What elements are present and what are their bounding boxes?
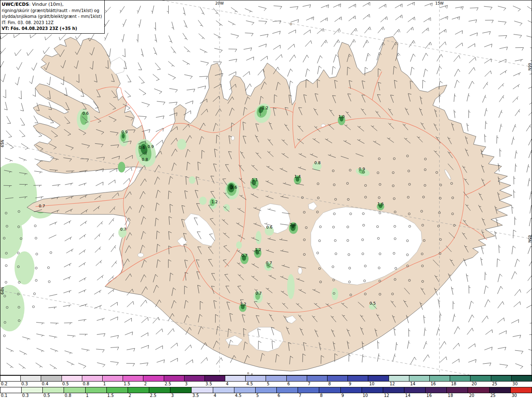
rain-tick-label: 0.8 xyxy=(64,393,85,399)
sleet-tick-label: 0.3 xyxy=(20,382,41,387)
sleet-segment xyxy=(0,376,21,381)
rain-tick-label: 30 xyxy=(511,393,532,399)
rain-tick-label: 10 xyxy=(362,393,383,399)
legend-title-line: UWC/ECDS: Vindur (10m), xyxy=(2,1,102,8)
rain-tick-label: 7 xyxy=(298,393,319,399)
rain-colorbar-labels: 0.10.30.50.811.522.533.544.5567891012141… xyxy=(0,393,532,399)
rain-tick-label: 0.3 xyxy=(21,393,42,399)
precip-value-label: 0.6 xyxy=(82,111,89,116)
sleet-tick-label: 16 xyxy=(430,382,450,387)
precip-value-label: 1.2 xyxy=(262,106,268,110)
precip-value-label: 0.5 xyxy=(369,301,376,305)
model-name: UWC/ECDS xyxy=(2,2,29,7)
sleet-tick-label: 0.5 xyxy=(62,382,82,387)
sleet-tick-label: 10 xyxy=(368,382,389,387)
rain-tick-label: 1 xyxy=(85,393,106,399)
sleet-tick-label: 5 xyxy=(266,382,286,387)
sleet-segment xyxy=(225,376,246,381)
meridian-label: 15W xyxy=(435,1,443,5)
parallel-label: 64N xyxy=(0,287,5,294)
rain-tick-label: 16 xyxy=(426,393,447,399)
sleet-tick-label: 4 xyxy=(225,382,246,387)
sleet-segment xyxy=(21,376,41,381)
rain-segment xyxy=(86,387,107,393)
rain-segment xyxy=(341,387,362,393)
rain-tick-label: 6 xyxy=(277,393,298,399)
rain-segment xyxy=(107,387,128,393)
rain-segment xyxy=(64,387,85,393)
rain-tick-label: 2.5 xyxy=(149,393,170,399)
sleet-tick-label: 14 xyxy=(409,382,430,387)
precip-value-label: 0.7 xyxy=(266,261,272,265)
sleet-tick-label: 0.8 xyxy=(82,382,102,387)
rain-tick-label: 20 xyxy=(468,393,489,399)
rain-tick-label: 5 xyxy=(255,393,276,399)
iceland-map-canvas: 0.60.90.60.90.81.21.00.80.91.11.43.61.21… xyxy=(0,0,532,375)
rain-segment xyxy=(468,387,489,393)
sleet-tick-label: 3 xyxy=(184,382,204,387)
sleet-segment xyxy=(266,376,286,381)
sleet-segment xyxy=(389,376,409,381)
rain-segment xyxy=(234,387,256,393)
sleet-segment xyxy=(409,376,430,381)
rain-segment xyxy=(490,387,511,393)
sleet-tick-label: 8 xyxy=(328,382,348,387)
sleet-segment xyxy=(41,376,62,381)
parallel-label: 66N xyxy=(527,63,532,71)
sleet-segment xyxy=(328,376,348,381)
sleet-segment xyxy=(185,376,205,381)
sleet-segment xyxy=(512,376,532,381)
rain-segment xyxy=(213,387,234,393)
precip-value-label: 0.6 xyxy=(139,145,145,150)
meridian-label: 20W xyxy=(215,1,224,5)
rain-tick-label: 0.5 xyxy=(42,393,64,399)
sleet-tick-label: 0.2 xyxy=(0,382,20,387)
sleet-tick-label: 30 xyxy=(512,382,532,387)
precip-value-label: 0.8 xyxy=(142,157,148,162)
sleet-tick-label: 6 xyxy=(286,382,307,387)
parallel-label: 65N xyxy=(527,235,532,243)
rain-segment xyxy=(319,387,340,393)
sleet-segment xyxy=(470,376,491,381)
precip-value-label: 0.9 xyxy=(148,144,154,149)
rain-segment xyxy=(298,387,319,393)
sleet-segment xyxy=(450,376,470,381)
rain-tick-label: 25 xyxy=(490,393,511,399)
precip-value-label: 1.6 xyxy=(377,202,384,206)
precip-value-label: 1.2 xyxy=(212,200,218,204)
rain-segment xyxy=(404,387,426,393)
rain-tick-label: 1.5 xyxy=(106,393,128,399)
rain-tick-label: 3 xyxy=(170,393,192,399)
sleet-tick-label: 1.5 xyxy=(123,382,143,387)
rain-segment xyxy=(192,387,213,393)
rain-segment xyxy=(383,387,404,393)
precip-value-label: 0.6 xyxy=(266,225,272,229)
rain-segment xyxy=(256,387,277,393)
sleet-segment xyxy=(348,376,368,381)
sleet-segment xyxy=(123,376,143,381)
rain-segment xyxy=(149,387,170,393)
sleet-segment xyxy=(430,376,450,381)
rain-segment xyxy=(362,387,383,393)
sleet-tick-label: 18 xyxy=(450,382,470,387)
sleet-tick-label: 12 xyxy=(389,382,409,387)
sleet-segment xyxy=(205,376,225,381)
sleet-segment xyxy=(307,376,328,381)
precip-value-label: 1.0 xyxy=(338,114,345,119)
sleet-tick-label: 9 xyxy=(348,382,368,387)
rain-segment xyxy=(128,387,149,393)
sleet-segment xyxy=(491,376,512,381)
rain-tick-label: 3.5 xyxy=(192,393,213,399)
rain-segment xyxy=(511,387,532,393)
precip-value-label: 3.6 xyxy=(231,185,237,190)
sleet-colorbar xyxy=(0,375,532,382)
sleet-tick-label: 4.5 xyxy=(246,382,266,387)
sleet-tick-label: 1 xyxy=(102,382,123,387)
rain-segment xyxy=(0,387,22,393)
precip-value-label: 0.8 xyxy=(314,160,320,165)
sleet-tick-label: 3.5 xyxy=(204,382,225,387)
rain-segment xyxy=(277,387,298,393)
sleet-segment xyxy=(82,376,103,381)
rain-segment xyxy=(43,387,64,393)
rain-tick-label: 2 xyxy=(128,393,149,399)
